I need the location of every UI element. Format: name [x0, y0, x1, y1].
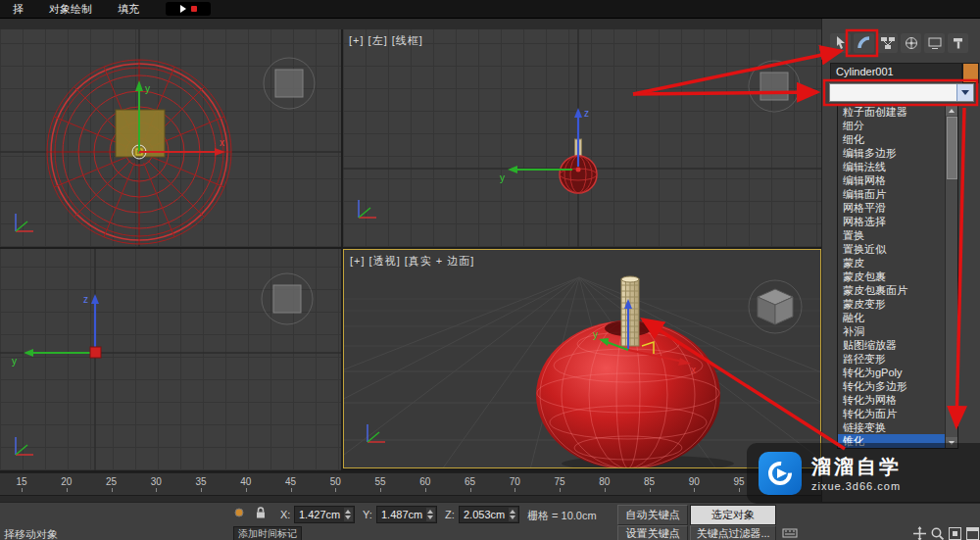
key-filters-button[interactable]: 关键点过滤器...: [690, 525, 776, 540]
auto-key-button[interactable]: 自动关键点: [617, 505, 688, 525]
z-coord-field[interactable]: 2.053cm: [459, 506, 519, 523]
hierarchy-tab-icon[interactable]: [877, 33, 898, 53]
timeline-tick[interactable]: 35: [189, 476, 213, 487]
y-coord-label: Y:: [363, 509, 372, 520]
modify-tab-icon[interactable]: [854, 33, 874, 53]
timeline-tick[interactable]: 65: [459, 476, 482, 487]
selection-filter-combo[interactable]: 选定对象: [690, 505, 776, 525]
menu-item-object-paint[interactable]: 对象绘制: [36, 0, 105, 18]
viewcube[interactable]: [749, 280, 802, 333]
timeline-tick[interactable]: 75: [548, 476, 571, 487]
timeline-tick[interactable]: 85: [638, 476, 662, 487]
scrollbar[interactable]: [945, 105, 957, 448]
watermark-logo-icon: [759, 452, 802, 495]
modifier-item[interactable]: 粒子面创建器: [838, 105, 945, 119]
modifier-item[interactable]: 细分: [838, 119, 945, 132]
add-time-tag-field[interactable]: 添加时间标记: [233, 526, 302, 540]
modifier-item[interactable]: 编辑网格: [838, 173, 945, 187]
modifier-item[interactable]: 转化为多边形: [838, 379, 945, 393]
object-name-field[interactable]: Cylinder001: [830, 63, 962, 81]
menu-item-fill[interactable]: 填充: [105, 0, 152, 18]
keyboard-shortcut-icon[interactable]: [782, 525, 798, 540]
status-bar: X: 1.427cm Y: 1.487cm Z: 2.053cm 栅格 = 10…: [0, 502, 980, 540]
toolbar-strip: [0, 18, 821, 29]
motion-tab-icon[interactable]: [901, 33, 921, 53]
modifier-item[interactable]: 链接变换: [838, 420, 945, 434]
modifier-item[interactable]: 蒙皮包裹: [838, 270, 945, 283]
watermark-text: 溜溜自学 zixue.3d66.com: [811, 456, 902, 492]
modifier-item[interactable]: 蒙皮: [838, 256, 945, 270]
modifier-item[interactable]: 编辑面片: [838, 187, 945, 201]
viewcube[interactable]: [749, 61, 800, 112]
modifier-item[interactable]: 蒙皮变形: [838, 297, 945, 311]
maximize-viewport-icon[interactable]: [964, 525, 980, 540]
modifier-item[interactable]: 编辑多边形: [838, 146, 945, 160]
create-tab-icon[interactable]: [830, 33, 851, 53]
modifier-item[interactable]: 蒙皮包裹面片: [838, 283, 945, 297]
timeline-tick[interactable]: 15: [10, 476, 33, 487]
timeline-tick[interactable]: 40: [234, 476, 258, 487]
viewport-front[interactable]: z y: [0, 249, 341, 470]
viewcube[interactable]: [262, 273, 313, 324]
selection-lock-icon[interactable]: [253, 505, 269, 520]
modifier-item[interactable]: 贴图缩放器: [838, 338, 945, 352]
world-axis-tripod: [16, 214, 33, 231]
z-spinner[interactable]: [509, 508, 517, 521]
modifier-item[interactable]: 补洞: [838, 324, 945, 338]
timeline-tick[interactable]: 50: [323, 476, 347, 487]
scroll-up-icon[interactable]: [946, 105, 957, 116]
scrollbar-thumb[interactable]: [947, 117, 957, 179]
menu-item-select[interactable]: 择: [0, 0, 36, 18]
z-coord-label: Z:: [445, 509, 455, 520]
timeline-tick[interactable]: 90: [682, 476, 706, 487]
modifier-item[interactable]: 融化: [838, 311, 945, 324]
modifier-combo-text[interactable]: [830, 84, 956, 101]
timeline-tick[interactable]: 60: [414, 476, 437, 487]
selected-cylinder-stem[interactable]: [621, 276, 639, 346]
modifier-item[interactable]: 转化为网格: [838, 393, 945, 407]
timeline-tick[interactable]: 70: [503, 476, 526, 487]
viewcube[interactable]: [264, 58, 315, 109]
set-key-button[interactable]: 设置关键点: [617, 525, 688, 540]
transform-gizmo[interactable]: z y: [12, 294, 101, 367]
x-spinner[interactable]: [344, 508, 353, 521]
timeline-ruler[interactable]: 1520253035404550556065707580859095: [0, 472, 821, 503]
viewport-left[interactable]: [+] [左] [线框] z y: [343, 29, 821, 247]
viewport-perspective-label[interactable]: [+] [透视] [真实 + 边面]: [350, 254, 474, 269]
modifier-item[interactable]: 转化为面片: [838, 407, 945, 420]
modifier-list-combo[interactable]: [829, 83, 974, 102]
viewport-top[interactable]: y x: [0, 29, 341, 247]
zoom-icon[interactable]: [929, 525, 945, 540]
modifier-item[interactable]: 路径变形: [838, 352, 945, 366]
modifier-item[interactable]: 网格选择: [838, 215, 945, 228]
isolate-selection-icon[interactable]: [231, 505, 247, 520]
modifier-item[interactable]: 编辑法线: [838, 160, 945, 173]
modifier-item[interactable]: 置换近似: [838, 242, 945, 256]
combo-dropdown-arrow-icon[interactable]: [956, 84, 973, 101]
y-spinner[interactable]: [426, 508, 435, 521]
timeline-tick[interactable]: 30: [144, 476, 168, 487]
timeline-tick[interactable]: 55: [368, 476, 392, 487]
world-axis-tripod: [16, 437, 33, 455]
timeline-tick[interactable]: 80: [593, 476, 616, 487]
display-tab-icon[interactable]: [924, 33, 945, 53]
viewport-left-label[interactable]: [+] [左] [线框]: [349, 33, 423, 48]
zoom-extents-icon[interactable]: [947, 525, 962, 540]
left-view-canvas: z y: [343, 29, 821, 247]
modifier-item[interactable]: 转化为gPoly: [838, 366, 945, 379]
x-coord-label: X:: [280, 509, 290, 520]
modifier-item[interactable]: 细化: [838, 132, 945, 146]
timeline-tick[interactable]: 25: [100, 476, 123, 487]
y-coord-field[interactable]: 1.487cm: [376, 506, 437, 523]
viewport-perspective[interactable]: [+] [透视] [真实 + 边面]: [343, 249, 821, 468]
menu-icon-group[interactable]: [166, 2, 211, 16]
timeline-tick[interactable]: 45: [279, 476, 303, 487]
modifier-item[interactable]: 网格平滑: [838, 201, 945, 215]
timeline-tick[interactable]: 20: [55, 476, 78, 487]
modifier-item[interactable]: 置换: [838, 228, 945, 242]
grid-size-label: 栅格 = 10.0cm: [527, 509, 597, 523]
x-coord-field[interactable]: 1.427cm: [294, 506, 355, 523]
utilities-tab-icon[interactable]: [948, 33, 968, 53]
pan-view-icon[interactable]: [911, 525, 927, 540]
object-color-swatch[interactable]: [962, 63, 979, 83]
